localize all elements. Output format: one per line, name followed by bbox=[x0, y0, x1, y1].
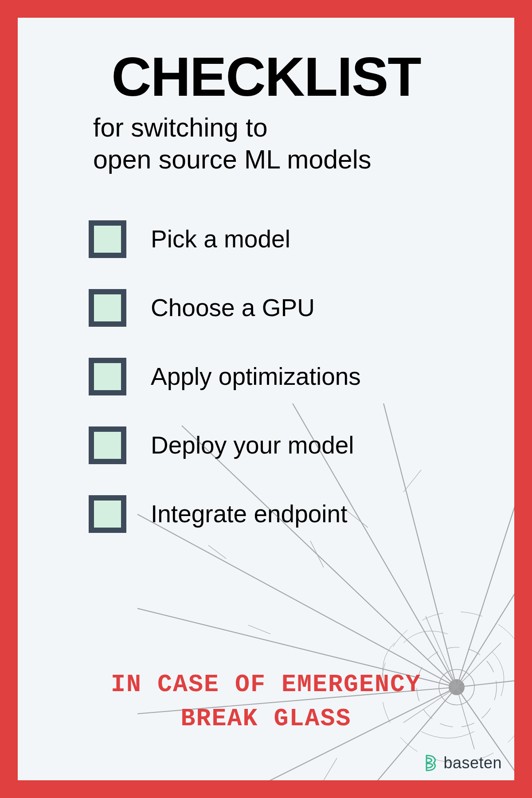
checkbox-icon[interactable] bbox=[89, 358, 126, 395]
check-label: Pick a model bbox=[151, 225, 290, 253]
subtitle-line1: for switching to open source ML models bbox=[93, 113, 371, 174]
brand-name: baseten bbox=[443, 754, 502, 772]
page-title: CHECKLIST bbox=[44, 49, 488, 104]
check-item-0: Pick a model bbox=[89, 220, 488, 258]
check-item-2: Apply optimizations bbox=[89, 358, 488, 395]
checkbox-icon[interactable] bbox=[89, 289, 126, 327]
check-label: Choose a GPU bbox=[151, 293, 315, 322]
checkbox-icon[interactable] bbox=[89, 220, 126, 258]
baseten-logo-icon bbox=[425, 755, 439, 771]
check-item-1: Choose a GPU bbox=[89, 289, 488, 327]
check-label: Apply optimizations bbox=[151, 362, 361, 391]
brand-logo-block: baseten bbox=[425, 754, 502, 772]
checkbox-icon[interactable] bbox=[89, 495, 126, 533]
page-subtitle: for switching to open source ML models bbox=[44, 112, 488, 176]
checkbox-icon[interactable] bbox=[89, 426, 126, 464]
emergency-text: IN CASE OF EMERGENCY BREAK GLASS bbox=[18, 668, 514, 736]
checklist-panel: CHECKLIST for switching to open source M… bbox=[18, 18, 514, 780]
emergency-line2: BREAK GLASS bbox=[18, 702, 514, 736]
emergency-line1: IN CASE OF EMERGENCY bbox=[18, 668, 514, 702]
